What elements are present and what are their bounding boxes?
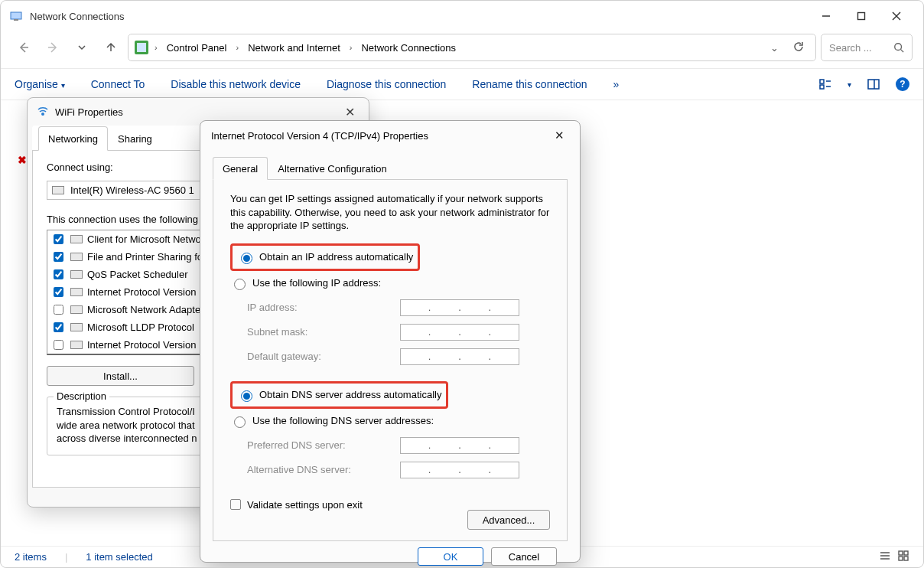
breadcrumb-mid[interactable]: Network and Internet [245,41,343,55]
network-item-label: Microsoft Network Adapte [87,304,200,315]
ipv4-intro-text: You can get IP settings assigned automat… [230,192,550,233]
svg-line-9 [901,50,904,53]
radio-ip-auto-label: Obtain an IP address automatically [259,251,413,263]
network-item-checkbox[interactable] [54,269,63,279]
wifi-close-button[interactable]: ✕ [340,103,360,121]
chevron-down-icon: ▾ [61,81,65,90]
chevron-down-icon[interactable]: ▾ [848,80,851,89]
network-item-checkbox[interactable] [54,340,63,350]
ip-address-label: IP address: [247,302,400,313]
titlebar: Network Connections [1,1,923,31]
network-item-checkbox[interactable] [54,287,63,297]
minimize-button[interactable] [808,4,844,28]
default-gateway-label: Default gateway: [247,351,400,362]
ipv4-close-button[interactable]: ✕ [550,126,569,145]
wifi-dialog-title: WiFi Properties [55,106,123,118]
preview-pane-icon[interactable] [865,76,882,93]
tab-sharing[interactable]: Sharing [108,126,162,151]
protocol-icon [70,341,83,349]
nav-forward-button[interactable] [41,35,65,60]
default-gateway-field: ... [400,348,519,365]
ipv4-dialog-footer: OK Cancel [210,541,571,568]
radio-dns-manual[interactable]: Use the following DNS server addresses: [230,412,550,430]
tab-alt-config[interactable]: Alternative Configuration [268,157,396,180]
chevron-down-icon[interactable]: ⌄ [770,42,779,54]
advanced-button[interactable]: Advanced... [467,510,550,530]
nav-recent-button[interactable] [70,35,94,60]
nav-up-button[interactable] [99,35,123,60]
window-title: Network Connections [30,11,808,22]
validate-checkbox[interactable] [230,499,241,510]
radio-dns-auto[interactable]: Obtain DNS server address automatically [237,386,441,404]
subnet-mask-field: ... [400,324,519,341]
cmd-diagnose[interactable]: Diagnose this connection [327,78,446,90]
maximize-button[interactable] [844,4,879,28]
radio-ip-auto[interactable]: Obtain an IP address automatically [237,248,413,266]
description-legend: Description [54,390,109,402]
refresh-icon[interactable] [792,41,805,55]
radio-dns-manual-input[interactable] [234,416,246,428]
protocol-icon [70,270,83,279]
ipv4-dialog-titlebar: Internet Protocol Version 4 (TCP/IPv4) P… [200,121,580,150]
svg-point-8 [895,44,902,51]
network-item-label: File and Printer Sharing fo [87,251,203,263]
details-view-icon[interactable] [879,550,891,564]
install-button[interactable]: Install... [47,366,194,386]
help-icon[interactable]: ? [896,77,909,91]
close-button[interactable] [879,4,914,28]
radio-dns-auto-label: Obtain DNS server address automatically [259,389,441,400]
cmd-connect-to[interactable]: Connect To [91,78,145,90]
alternative-dns-label: Alternative DNS server: [247,464,400,475]
search-box[interactable]: Search ... [821,34,913,61]
command-bar: Organise ▾ Connect To Disable this netwo… [1,68,923,100]
svg-rect-20 [904,551,908,555]
cmd-more[interactable]: » [613,78,620,90]
network-item-checkbox[interactable] [54,322,63,332]
status-selected-count: 1 item selected [86,551,152,563]
svg-rect-3 [858,13,865,20]
address-bar[interactable]: › Control Panel › Network and Internet ›… [128,34,816,61]
protocol-icon [70,253,83,261]
address-row: › Control Panel › Network and Internet ›… [1,31,923,68]
search-placeholder: Search ... [829,42,872,54]
chevron-right-icon: › [233,43,242,52]
large-icons-view-icon[interactable] [897,550,909,564]
cmd-organise[interactable]: Organise ▾ [15,78,65,90]
svg-rect-14 [868,80,879,89]
radio-ip-manual-input[interactable] [234,279,246,290]
ip-address-field: ... [400,299,519,316]
svg-rect-10 [820,80,824,83]
highlight-ip-auto: Obtain an IP address automatically [230,243,420,271]
alternative-dns-field: ... [400,462,519,478]
tab-general[interactable]: General [213,157,268,180]
radio-dns-auto-input[interactable] [241,390,252,402]
network-item-label: Client for Microsoft Netwo [87,233,201,245]
network-item-checkbox[interactable] [54,305,63,315]
validate-settings-row[interactable]: Validate settings upon exit [230,499,550,511]
ipv4-tabs: General Alternative Configuration [213,156,568,180]
svg-rect-0 [11,12,21,19]
cancel-button[interactable]: Cancel [491,547,557,566]
validate-label: Validate settings upon exit [247,499,363,511]
radio-ip-auto-input[interactable] [241,253,252,264]
breadcrumb-leaf[interactable]: Network Connections [358,41,459,55]
adapter-name: Intel(R) Wireless-AC 9560 1 [70,184,194,196]
chevron-right-icon: › [151,43,161,52]
ok-button[interactable]: OK [418,547,483,566]
network-item-checkbox[interactable] [54,252,63,262]
view-options-icon[interactable] [817,76,834,93]
network-item-label: Microsoft LLDP Protocol [87,322,194,333]
network-item-checkbox[interactable] [54,234,63,244]
svg-point-23 [42,113,44,114]
nav-back-button[interactable] [11,35,36,60]
ipv4-dialog-title: Internet Protocol Version 4 (TCP/IPv4) P… [211,130,428,142]
radio-ip-manual[interactable]: Use the following IP address: [230,274,550,292]
svg-rect-1 [14,19,18,21]
subnet-mask-label: Subnet mask: [247,326,400,338]
svg-rect-11 [820,85,824,89]
tab-networking[interactable]: Networking [38,126,108,151]
cmd-rename[interactable]: Rename this connection [472,78,587,90]
status-item-count: 2 items [15,551,47,563]
breadcrumb-root[interactable]: Control Panel [164,41,230,55]
cmd-disable-device[interactable]: Disable this network device [171,78,301,90]
